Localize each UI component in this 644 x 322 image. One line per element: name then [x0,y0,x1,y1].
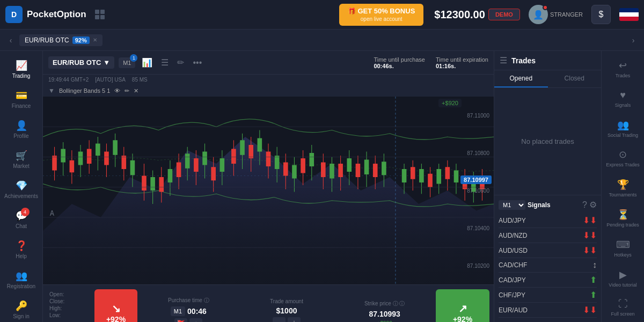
signals-settings-icon[interactable]: ⚙ [589,200,597,210]
eye-icon[interactable]: 👁 [114,87,120,94]
rs-item-hotkeys[interactable]: ⌨ Hotkeys [604,235,642,262]
chart-region: [AUTO] USA [95,77,126,83]
close-label: Close: [49,298,88,304]
social-trading-icon: 👥 [617,119,629,131]
sell-button[interactable]: ↘ +92% [94,289,137,322]
signal-dir-cadchf: ↕ [592,260,597,270]
logo-text: PocketOption [27,9,86,20]
chart-more-button[interactable]: ••• [191,56,204,70]
sidebar-label-help: Help [16,253,27,259]
rs-item-video[interactable]: ▶ Video tutorial [604,265,642,292]
main-layout: 📈 Trading 💳 Finance 👤 Profile 🛒 Market 💎… [0,51,644,322]
trade-amount-minus[interactable]: - [273,317,286,323]
avatar-area[interactable]: 👤 STRANGER [529,5,583,24]
purchase-label: Time until purchase [374,56,425,63]
signal-dir-cadjpy: ⬆ [590,275,597,285]
tab-closed[interactable]: Closed [548,70,602,87]
demo-badge: DEMO [488,9,520,20]
market-icon: 🛒 [16,150,27,162]
logo: D PocketOption [5,6,105,23]
ohlc-info: Open: Close: High: Low: [47,289,90,322]
rs-item-express-trades[interactable]: ⊙ Express Trades [604,144,642,172]
svg-rect-39 [211,167,216,180]
tab-opened[interactable]: Opened [494,70,548,87]
sidebar-item-profile[interactable]: 👤 Profile [2,115,41,143]
right-sidebar: ↩ Trades ♥ Signals 👥 Social Trading ⊙ Ex… [601,51,644,322]
expiration-time-info: Time until expiration 01:16s. [436,56,488,69]
timeframe-label: M1 [123,60,131,66]
pending-trades-icon: ⏳ [617,209,629,221]
rs-item-fullscreen[interactable]: ⛶ Full screen [604,294,642,321]
svg-rect-79 [402,169,407,182]
rs-item-trades[interactable]: ↩ Trades [604,55,642,83]
grid-icon[interactable] [95,10,105,19]
buy-button[interactable]: ↗ +92% [436,289,489,322]
chart-type-button[interactable]: 📊 [140,55,155,70]
trade-panel-header: ☰ Trades [494,51,601,70]
svg-rect-41 [220,158,225,172]
expiration-value: 01:16s. [436,63,488,69]
delete-icon[interactable]: ✕ [134,87,138,94]
signal-name-cadchf: CAD/CHF [499,261,527,269]
low-label: Low: [49,312,88,318]
indicator-chevron[interactable]: ▼ [48,87,55,94]
tab-label: EUR/RUB OTC [25,36,69,44]
tab-nav-next[interactable]: › [627,34,640,47]
svg-rect-15 [104,152,109,165]
svg-rect-87 [436,169,441,184]
sidebar-item-trading[interactable]: 📈 Trading [2,55,41,83]
rs-label-social-trading: Social Trading [608,133,638,138]
svg-rect-17 [113,140,118,155]
purchase-time-flag[interactable]: 🚩 [174,318,187,322]
rs-item-social-trading[interactable]: 👥 Social Trading [604,115,642,143]
pair-selector[interactable]: EUR/RUB OTC ▼ [48,56,114,69]
sidebar-item-registration[interactable]: 👥 Registration [2,266,41,294]
sidebar-item-chat[interactable]: 💬 4 Chat [2,206,41,233]
rs-item-tournaments[interactable]: 🏆 Tournaments [604,174,642,202]
rs-label-fullscreen: Full screen [611,311,634,317]
rs-label-pending-trades: Pending trades [606,222,639,228]
svg-rect-85 [428,174,433,187]
svg-text:A: A [50,209,54,218]
signals-help-icon[interactable]: ? [582,200,587,210]
purchase-time-info: Time until purchase 00:46s. [374,56,425,69]
chart-indicators-button[interactable]: ☰ [159,55,171,70]
registration-icon: 👥 [16,270,27,282]
timeframe-button[interactable]: M1 1 [119,57,135,68]
chart-draw-button[interactable]: ✏ [175,55,186,70]
chart-canvas: A 87.11000 87.10800 87.10600 87.10400 87… [43,97,494,284]
rs-item-signals[interactable]: ♥ Signals [604,85,642,113]
hotkeys-icon: ⌨ [616,239,630,251]
rs-item-pending-trades[interactable]: ⏳ Pending trades [604,204,642,232]
signal-row-audjpy: AUD/JPY ⬇⬇ [499,213,597,228]
sidebar-item-help[interactable]: ❓ Help [2,236,41,264]
edit-icon[interactable]: ✏ [125,87,129,94]
svg-rect-69 [347,158,352,172]
tab-bar: ‹ EUR/RUB OTC 92% ✕ › [0,30,644,51]
svg-rect-11 [87,149,92,164]
sidebar-item-achievements[interactable]: 💎 Achievements [2,175,41,203]
signal-row-chfjpy: CHF/JPY ⬆ [499,288,597,303]
bonus-button[interactable]: 🎁 GET 50% BONUS open live account [339,4,423,26]
profile-icon: 👤 [16,120,27,131]
achievements-icon: 💎 [16,180,27,192]
svg-rect-29 [168,169,173,182]
active-tab[interactable]: EUR/RUB OTC 92% ✕ [19,34,103,46]
balance-area: $12300.00 DEMO [434,9,520,21]
avatar[interactable]: 👤 [529,5,548,24]
signal-dir-audusd: ⬇⬇ [583,245,597,255]
sidebar-item-signin[interactable]: 🔑 Sign in [2,296,41,322]
signals-timeframe-select[interactable]: M1 M5 M15 [499,200,525,210]
country-flag[interactable] [619,8,639,21]
sidebar-item-finance[interactable]: 💳 Finance [2,85,41,113]
tab-nav-prev[interactable]: ‹ [4,34,17,47]
signals-panel: M1 M5 M15 Signals ? ⚙ AUD/JPY ⬇⬇ AUD/NZD… [494,195,601,322]
currency-button[interactable]: $ [591,5,611,24]
purchase-time-plus[interactable]: + [189,318,202,322]
trade-amount-plus[interactable]: + [288,317,301,323]
sidebar-item-market[interactable]: 🛒 Market [2,145,41,173]
tab-close-icon[interactable]: ✕ [93,37,97,43]
chart-toolbar: EUR/RUB OTC ▼ M1 1 📊 ☰ ✏ ••• Time until … [43,51,494,75]
signal-row-cadjpy: CAD/JPY ⬆ [499,273,597,288]
trade-panel-menu-icon[interactable]: ☰ [500,55,507,65]
